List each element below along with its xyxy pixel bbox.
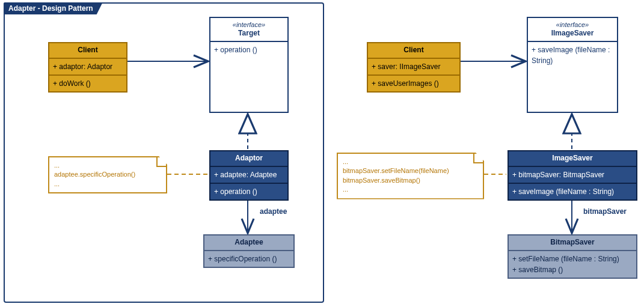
class-name: IImageSaver (532, 29, 613, 38)
class-title: ImageSaver (509, 151, 636, 167)
class-title: «interface» IImageSaver (528, 18, 617, 42)
class-attr: + bitmapSaver: BitmapSaver (509, 167, 636, 184)
class-attr: + saver: IImageSaver (368, 59, 459, 76)
class-attr: + adaptee: Adaptee (210, 167, 287, 184)
class-op: + saveImage (fileName : String) (528, 42, 617, 68)
class-op: + specificOperation () (204, 251, 293, 267)
class-client-left: Client + adaptor: Adaptor + doWork () (48, 42, 127, 93)
class-adaptor-right: ImageSaver + bitmapSaver: BitmapSaver + … (508, 150, 637, 201)
class-op: + setFileName (fileName : String) (512, 254, 633, 264)
class-adaptee-left: Adaptee + specificOperation () (203, 234, 295, 268)
edge-label-adaptee-right: bitmapSaver (583, 207, 627, 216)
edge-label-adaptee-left: adaptee (260, 207, 287, 216)
class-attr: + adaptor: Adaptor (49, 59, 126, 76)
note-line: ... (54, 180, 161, 189)
class-adaptee-right: BitmapSaver + setFileName (fileName : St… (508, 234, 637, 279)
class-op: + doWork () (49, 76, 126, 91)
class-op: + saveImage (fileName : String) (509, 184, 636, 199)
class-name: Target (214, 29, 284, 38)
stereotype: «interface» (532, 20, 613, 29)
note-line: bitmapSaver.saveBitmap() (343, 176, 478, 185)
class-title: «interface» Target (210, 18, 287, 42)
class-op: + saveUserImages () (368, 76, 459, 91)
interface-target-left: «interface» Target + operation () (209, 17, 289, 113)
stereotype: «interface» (214, 20, 284, 29)
interface-target-right: «interface» IImageSaver + saveImage (fil… (527, 17, 618, 113)
class-title: BitmapSaver (509, 236, 636, 251)
class-ops: + setFileName (fileName : String) + save… (509, 251, 636, 278)
note-line: ... (343, 157, 478, 166)
note-line: ... (54, 161, 161, 170)
class-title: Client (49, 43, 126, 59)
note-left: ... adaptee.specificOperation() ... (48, 156, 167, 193)
class-adaptor-left: Adaptor + adaptee: Adaptee + operation (… (209, 150, 289, 201)
class-title: Adaptee (204, 236, 293, 251)
note-line: adaptee.specificOperation() (54, 170, 161, 179)
class-op: + saveBitmap () (512, 264, 633, 275)
class-client-right: Client + saver: IImageSaver + saveUserIm… (367, 42, 461, 93)
class-title: Client (368, 43, 459, 59)
class-op: + operation () (210, 184, 287, 199)
class-title: Adaptor (210, 151, 287, 167)
note-right: ... bitmapSaver.setFileName(fileName) bi… (337, 153, 484, 199)
note-line: ... (343, 185, 478, 194)
note-line: bitmapSaver.setFileName(fileName) (343, 166, 478, 175)
class-op: + operation () (210, 42, 287, 58)
frame-title: Adapter - Design Pattern (4, 2, 103, 14)
